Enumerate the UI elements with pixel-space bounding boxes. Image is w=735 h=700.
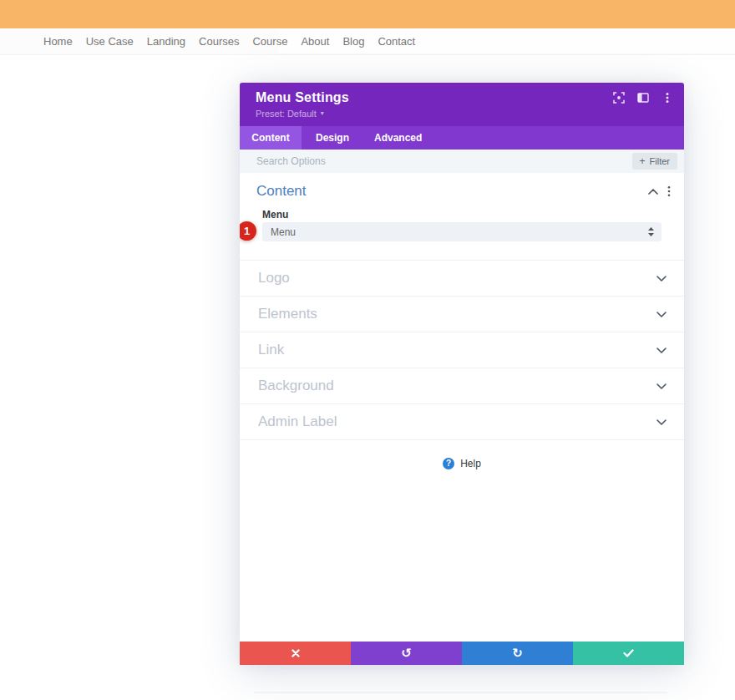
section-label: Background	[258, 378, 334, 394]
plus-icon: +	[640, 156, 646, 166]
section-label: Logo	[258, 270, 290, 287]
close-x-icon	[291, 649, 300, 657]
preset-selector[interactable]: Preset: Default ▾	[256, 109, 324, 119]
modal-header-icons	[613, 92, 673, 104]
redo-icon: ↻	[512, 647, 523, 660]
undo-button[interactable]: ↺	[351, 642, 462, 665]
step-badge: 1	[240, 221, 256, 241]
section-label: Elements	[258, 306, 317, 322]
checkmark-icon	[623, 649, 634, 657]
menu-select[interactable]: Menu	[262, 222, 662, 241]
chevron-down-icon	[656, 276, 667, 282]
nav-item-home[interactable]: Home	[43, 35, 73, 48]
content-group-controls	[648, 185, 674, 197]
page-section-divider	[254, 692, 667, 693]
modal-tabs: Content Design Advanced	[240, 126, 684, 150]
search-options-bar: + Filter	[240, 150, 684, 173]
modal-action-bar: ↺ ↻	[240, 642, 684, 665]
more-options-icon[interactable]	[662, 92, 673, 104]
menu-field-group: Menu Menu 1	[240, 210, 684, 241]
collapse-chevron-up-icon[interactable]	[648, 189, 658, 195]
section-row-elements[interactable]: Elements	[240, 297, 684, 332]
content-group-header: Content	[240, 173, 684, 210]
search-options-input[interactable]	[240, 149, 632, 174]
chevron-down-icon	[656, 383, 667, 389]
section-label: Link	[258, 342, 284, 358]
chevron-down-icon	[656, 312, 667, 317]
section-label: Admin Label	[258, 413, 337, 430]
section-row-background[interactable]: Background	[240, 368, 684, 404]
preset-caret-icon: ▾	[321, 110, 324, 117]
tab-content[interactable]: Content	[240, 126, 302, 150]
save-button[interactable]	[573, 642, 684, 665]
nav-item-contact[interactable]: Contact	[378, 35, 415, 48]
nav-item-course[interactable]: Course	[252, 35, 287, 48]
chevron-down-icon	[656, 347, 667, 353]
nav-item-landing[interactable]: Landing	[147, 35, 185, 48]
section-row-admin-label[interactable]: Admin Label	[240, 404, 684, 440]
help-link[interactable]: ? Help	[240, 458, 684, 469]
help-question-icon: ?	[443, 458, 454, 469]
modal-header[interactable]: Menu Settings Preset: Default ▾	[240, 83, 684, 126]
select-updown-icon	[648, 227, 654, 236]
discard-button[interactable]	[240, 642, 351, 665]
menu-field-label: Menu	[262, 210, 662, 222]
nav-item-about[interactable]: About	[301, 35, 329, 48]
redo-button[interactable]: ↻	[462, 642, 573, 665]
filter-button-label: Filter	[650, 156, 670, 166]
menu-settings-modal: Menu Settings Preset: Default ▾	[240, 83, 684, 665]
tab-design[interactable]: Design	[302, 126, 363, 150]
modal-body: Content	[240, 173, 684, 642]
section-row-link[interactable]: Link	[240, 332, 684, 368]
content-group-title: Content	[256, 183, 307, 200]
preview-toggle-icon[interactable]	[613, 92, 625, 104]
chevron-down-icon	[656, 419, 667, 425]
preset-label: Preset: Default	[256, 109, 317, 119]
section-row-logo[interactable]: Logo	[240, 261, 684, 297]
nav-item-courses[interactable]: Courses	[199, 35, 239, 48]
help-label: Help	[460, 458, 481, 469]
undo-icon: ↺	[401, 647, 412, 660]
nav-item-blog[interactable]: Blog	[342, 35, 364, 48]
filter-button[interactable]: + Filter	[632, 153, 677, 170]
collapsed-sections: Logo Elements Link	[240, 260, 684, 440]
group-options-kebab-icon[interactable]	[667, 185, 671, 197]
nav-item-usecase[interactable]: Use Case	[86, 35, 134, 48]
page-top-banner	[0, 0, 735, 28]
menu-select-value: Menu	[271, 226, 296, 238]
tab-advanced[interactable]: Advanced	[363, 126, 433, 150]
dock-modal-icon[interactable]	[637, 92, 649, 104]
screen: Home Use Case Landing Courses Course Abo…	[0, 0, 735, 700]
